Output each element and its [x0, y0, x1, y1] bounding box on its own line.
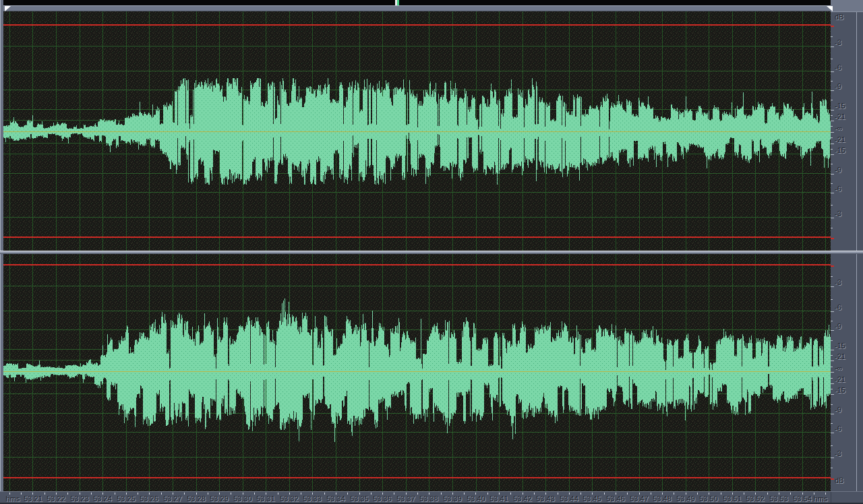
marker-ruler[interactable] [3, 5, 831, 11]
time-ruler-tick [231, 493, 231, 495]
time-label: 53.34 [326, 495, 345, 503]
db-unit-label-bottom: dB [835, 476, 843, 484]
db-ruler-minor-tick [831, 445, 833, 446]
time-label: 53.29 [210, 495, 229, 503]
time-label: 53.51 [723, 495, 742, 503]
time-label: 53.23 [70, 495, 89, 503]
channel-splitter[interactable] [0, 251, 863, 254]
db-label: -15 [835, 102, 845, 110]
time-ruler-tick [115, 493, 115, 495]
clip-level-tick [831, 478, 834, 480]
time-label: 53.44 [560, 495, 578, 503]
clip-level-tick [831, 265, 834, 267]
db-ruler-tick [831, 144, 834, 144]
db-ruler-tick [831, 394, 834, 395]
db-ruler-minor-tick [831, 378, 833, 379]
db-ruler-tick [831, 132, 834, 133]
db-ruler-minor-tick [831, 59, 833, 59]
overview-position-bar[interactable] [3, 0, 831, 5]
time-label: 53.46 [606, 495, 625, 503]
db-ruler-minor-tick [831, 299, 833, 300]
db-ruler-tick [831, 46, 834, 47]
waveform-channel-1[interactable] [3, 11, 831, 251]
time-label: 53.49 [676, 495, 695, 503]
waveform-editor-window: dB dB -3-6-9-15-21-∞-21-15-9-6-3-3-6-9-1… [0, 0, 863, 504]
db-ruler-minor-tick [831, 276, 833, 277]
db-ruler-minor-tick [831, 149, 833, 150]
db-label: -9 [835, 406, 841, 414]
db-ruler-tick [831, 90, 834, 91]
time-label: 53.36 [373, 495, 392, 503]
db-label: -6 [835, 304, 841, 311]
time-ruler-tick [767, 493, 768, 495]
db-ruler-tick [831, 174, 834, 175]
time-ruler-tick [627, 493, 628, 495]
db-label: -6 [835, 425, 841, 433]
db-ruler-tick [831, 383, 834, 384]
db-ruler-minor-tick [831, 468, 833, 468]
db-label: -9 [835, 166, 841, 174]
db-ruler-minor-tick [831, 81, 833, 82]
db-ruler-minor-tick [831, 340, 833, 341]
time-unit-label-left: hms [6, 495, 20, 503]
db-ruler-minor-tick [831, 367, 833, 367]
db-label: -3 [835, 450, 841, 458]
time-ruler-tick [581, 493, 581, 495]
db-ruler-tick [831, 350, 834, 350]
time-label: 53.50 [699, 495, 718, 503]
db-ruler-tick [831, 372, 834, 373]
time-ruler-tick [417, 493, 418, 495]
db-ruler-tick [831, 218, 834, 218]
time-unit-label-right: hms [814, 495, 828, 503]
time-label: 53.26 [140, 495, 158, 503]
time-ruler-tick [371, 493, 371, 495]
time-ruler-tick [9, 493, 10, 495]
time-ruler-tick [67, 493, 68, 495]
time-ruler-tick [44, 493, 45, 495]
waveform-channel-2[interactable] [3, 254, 831, 491]
time-ruler-tick [604, 493, 605, 495]
db-ruler-minor-tick [831, 115, 833, 116]
time-ruler-tick [721, 493, 721, 495]
db-label: -6 [835, 64, 841, 71]
db-label: -21 [835, 376, 845, 383]
time-label: 53.30 [233, 495, 252, 503]
db-label: -∞ [835, 365, 843, 372]
time-label: 53.47 [630, 495, 649, 503]
db-ruler-minor-tick [831, 36, 833, 37]
playback-cursor-indicator-right[interactable] [397, 0, 399, 5]
time-ruler-tick [21, 493, 22, 495]
time-ruler-tick [464, 493, 465, 495]
time-label: 53.40 [467, 495, 485, 503]
db-ruler-tick [831, 433, 834, 433]
db-label: -3 [835, 39, 841, 46]
db-ruler-minor-tick [831, 355, 833, 356]
time-label: 53.28 [187, 495, 206, 503]
db-ruler-tick [831, 286, 834, 287]
db-label: -9 [835, 83, 841, 90]
time-label: 53.39 [443, 495, 462, 503]
db-ruler-tick [831, 193, 834, 193]
db-ruler-minor-tick [831, 389, 833, 389]
db-ruler-minor-tick [831, 205, 833, 206]
db-unit-label-top: dB [835, 13, 843, 21]
time-label: 53.48 [653, 495, 672, 503]
time-label: 53.52 [746, 495, 765, 503]
db-label: -3 [835, 279, 841, 286]
time-ruler[interactable]: hms hms 53.2153.2253.2353.2453.2553.2653… [0, 491, 863, 504]
time-label: 53.32 [280, 495, 299, 503]
time-label: 53.54 [793, 495, 812, 503]
time-label: 53.22 [47, 495, 65, 503]
time-label: 53.35 [350, 495, 369, 503]
time-label: 53.31 [256, 495, 275, 503]
top-right-corner-panel [831, 0, 863, 11]
time-label: 53.53 [769, 495, 788, 503]
time-ruler-tick [441, 493, 442, 495]
db-ruler-tick [831, 311, 834, 312]
db-label: -9 [835, 323, 841, 330]
time-ruler-tick [534, 493, 535, 495]
time-label: 53.37 [396, 495, 415, 503]
time-ruler-tick [278, 493, 278, 495]
time-ruler-tick [674, 493, 674, 495]
time-ruler-tick [790, 493, 791, 495]
